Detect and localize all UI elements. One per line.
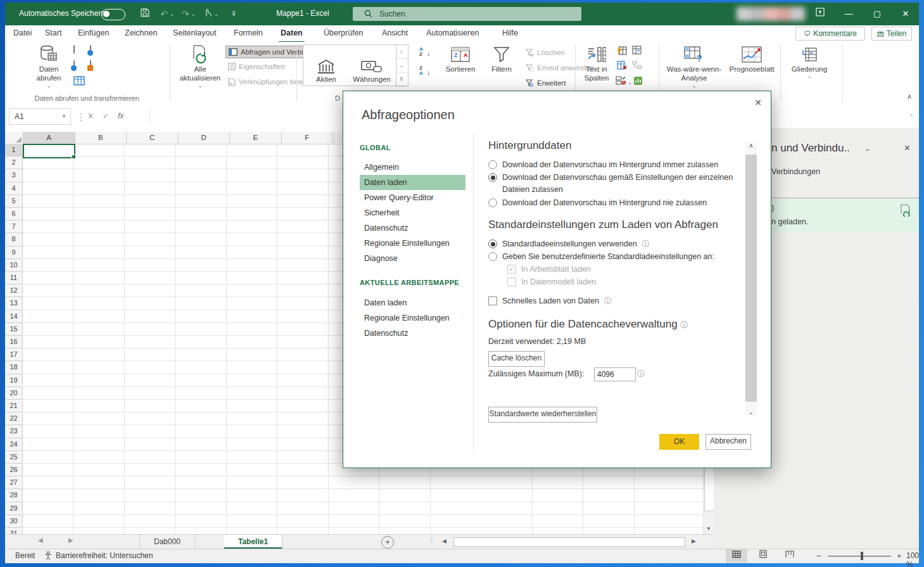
tab-einfuegen[interactable]: Einfügen [76, 25, 111, 41]
tab-ansicht[interactable]: Ansicht [380, 25, 410, 41]
row-header[interactable]: 22 [5, 412, 23, 425]
dialog-scroll-up-icon[interactable]: ∧ [745, 142, 757, 149]
pane-chevron-icon[interactable]: ⌄ [864, 144, 870, 153]
radio-selected-icon[interactable] [488, 173, 497, 182]
checkbox-fast-load[interactable]: Schnelles Laden von Daten ⓘ [488, 295, 612, 307]
sheet-tab-tabelle1[interactable]: Tabelle1 [224, 535, 282, 549]
row-header[interactable]: 18 [5, 361, 23, 374]
row-header[interactable]: 17 [5, 348, 23, 361]
row-header[interactable]: 16 [5, 336, 23, 348]
touch-mode-icon[interactable] [200, 8, 214, 20]
nav-item-allgemein[interactable]: Allgemein [360, 160, 465, 175]
undo-icon[interactable]: ↶ [157, 8, 171, 20]
nav-item-wb-daten-laden[interactable]: Daten laden [360, 295, 465, 310]
tab-formeln[interactable]: Formeln [232, 25, 265, 41]
radio-icon[interactable] [488, 160, 497, 169]
column-header[interactable]: C [127, 132, 179, 144]
row-header[interactable]: 14 [5, 310, 23, 323]
insert-function-icon[interactable]: fx [118, 111, 123, 120]
collapse-ribbon-icon[interactable]: ∧ [907, 92, 912, 101]
what-if-analysis-button[interactable]: ? Was-wäre-wenn- Analyse ⌄ [664, 44, 725, 91]
zoom-in-button[interactable]: + [897, 551, 902, 561]
status-accessibility[interactable]: Barrierefreiheit: Untersuchen [56, 551, 153, 560]
redo-icon[interactable]: ↷ [179, 8, 193, 20]
row-header[interactable]: 29 [5, 502, 23, 515]
refresh-query-icon[interactable] [901, 204, 911, 219]
outline-button[interactable]: Gliederung ⌄ [785, 44, 833, 91]
restore-defaults-button[interactable]: Standardwerte wiederherstellen [488, 407, 597, 423]
sort-ascending-button[interactable]: AZ↓ [419, 47, 423, 57]
zoom-level[interactable]: 100 % [906, 551, 919, 567]
row-header[interactable]: 5 [5, 195, 23, 208]
pane-tab-verbindungen[interactable]: Verbindungen [771, 167, 820, 176]
get-data-button[interactable]: Daten abrufen ⌄ [28, 44, 70, 91]
row-header[interactable]: 2 [5, 156, 23, 169]
row-header[interactable]: 8 [5, 233, 23, 246]
prev-sheet-icon[interactable]: ◀ [38, 537, 43, 544]
nav-item-daten-laden[interactable]: Daten laden [360, 175, 465, 190]
pane-close-icon[interactable]: ✕ [904, 143, 911, 153]
sheet-tab-dab000[interactable]: Dab000 [139, 535, 195, 549]
row-header[interactable]: 13 [5, 297, 23, 310]
row-header[interactable]: 9 [5, 246, 23, 259]
search-input[interactable]: Suchen [353, 7, 581, 21]
forecast-sheet-button[interactable]: Prognoseblatt [727, 44, 776, 91]
column-header[interactable]: F [282, 132, 334, 144]
next-sheet-icon[interactable]: ▶ [68, 537, 73, 544]
radio-download-never[interactable]: Download der Datenvorschau im Hintergrun… [488, 197, 707, 209]
radio-standard-load[interactable]: Standardladeeinstellungen verwenden ⓘ [488, 238, 650, 250]
info-icon[interactable]: ⓘ [637, 369, 645, 379]
minimize-button[interactable]: — [839, 3, 858, 25]
cancel-entry-icon[interactable]: ✕ [87, 111, 94, 120]
filter-button[interactable]: Filtern [484, 44, 519, 91]
tab-zeichnen[interactable]: Zeichnen [123, 25, 159, 41]
formula-bar-grip-icon[interactable]: ⋮ [76, 111, 86, 123]
row-header[interactable]: 12 [5, 284, 23, 297]
row-header[interactable]: 10 [5, 259, 23, 272]
nav-item-regionale-einstellungen[interactable]: Regionale Einstellungen [360, 236, 465, 251]
radio-download-per-file[interactable]: Download der Datenvorschau gemäß Einstel… [488, 172, 742, 196]
from-text-csv-icon[interactable] [73, 46, 75, 53]
tab-automatisieren[interactable]: Automatisieren [424, 25, 481, 41]
tab-datei[interactable]: Datei [11, 25, 34, 41]
row-header[interactable]: 28 [5, 489, 23, 502]
dialog-close-icon[interactable]: ✕ [754, 98, 762, 108]
tab-ueberpruefen[interactable]: Überprüfen [322, 25, 365, 41]
hscroll-right-icon[interactable]: ▶ [692, 538, 696, 544]
row-header[interactable]: 19 [5, 374, 23, 387]
text-to-columns-button[interactable]: Text in Spalten [580, 44, 613, 91]
radio-custom-load[interactable]: Geben Sie benutzerdefinierte Standardlad… [488, 251, 714, 263]
column-header[interactable]: B [75, 132, 127, 144]
tab-hilfe[interactable]: Hilfe [500, 25, 520, 41]
splitter-grip-icon[interactable]: ⋮ [428, 537, 435, 545]
nav-item-wb-regionale-einstellungen[interactable]: Regionale Einstellungen [360, 310, 465, 326]
tab-daten[interactable]: Daten [279, 25, 305, 43]
confirm-entry-icon[interactable]: ✓ [103, 111, 109, 120]
share-button[interactable]: 🖄Teilen [871, 27, 912, 41]
nav-item-diagnose[interactable]: Diagnose [360, 251, 465, 266]
gallery-up-icon[interactable]: ∧ [395, 45, 408, 59]
max-cache-input[interactable]: 4096 [594, 367, 636, 381]
row-header[interactable]: 1 [5, 144, 23, 156]
row-header[interactable]: 11 [5, 272, 23, 284]
row-header[interactable]: 27 [5, 476, 23, 489]
gallery-scroll-buttons[interactable]: ∧ ⌄ ⊽ [395, 44, 408, 86]
refresh-all-button[interactable]: Alle aktualisieren ⌄ [177, 44, 223, 91]
row-header[interactable]: 24 [5, 438, 23, 451]
save-icon[interactable] [138, 8, 152, 20]
nav-item-datenschutz[interactable]: Datenschutz [360, 220, 465, 236]
gallery-more-icon[interactable]: ⊽ [395, 73, 408, 87]
active-cell-selection[interactable] [23, 144, 75, 158]
autosave-toggle[interactable] [101, 9, 125, 20]
column-header[interactable]: A [23, 132, 75, 144]
expand-formula-bar-icon[interactable]: ⌄ [909, 111, 914, 117]
sort-button[interactable]: ZA Sortieren [441, 44, 480, 91]
radio-icon[interactable] [488, 252, 497, 261]
row-header[interactable]: 20 [5, 387, 23, 400]
name-box[interactable]: A1 ▼ [9, 108, 71, 125]
nav-item-power-query-editor[interactable]: Power Query-Editor [360, 190, 465, 205]
zoom-slider-track[interactable] [828, 556, 891, 557]
row-header[interactable]: 26 [5, 464, 23, 476]
column-header[interactable]: E [230, 132, 282, 144]
row-header[interactable]: 23 [5, 425, 23, 438]
